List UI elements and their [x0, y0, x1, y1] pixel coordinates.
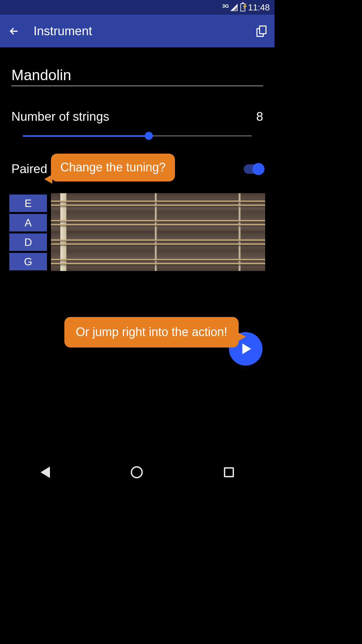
string-3 [51, 220, 265, 221]
network-type: 3G [222, 3, 229, 9]
fretboard[interactable] [51, 193, 265, 271]
status-bar: 3G ⚡ 11:48 [0, 0, 275, 15]
string-8 [51, 263, 265, 264]
string-6 [51, 244, 265, 245]
nav-recent-button[interactable] [224, 467, 234, 477]
string-7 [51, 259, 265, 260]
battery-icon: ⚡ [240, 3, 245, 11]
back-arrow-icon[interactable] [8, 25, 20, 37]
string-5 [51, 239, 265, 241]
navigation-bar [0, 456, 275, 488]
fretboard-area: E A D G [9, 193, 265, 271]
note-button-d[interactable]: D [9, 233, 47, 251]
note-button-a[interactable]: A [9, 214, 47, 231]
note-button-g[interactable]: G [9, 253, 47, 270]
tooltip-action: Or jump right into the action! [64, 317, 239, 347]
note-button-e[interactable]: E [9, 195, 47, 212]
paired-toggle[interactable] [244, 164, 263, 174]
string-4 [51, 224, 265, 225]
strings-value: 8 [256, 110, 263, 124]
string-1 [51, 201, 265, 202]
app-bar: Instrument [0, 15, 275, 47]
copy-icon[interactable] [256, 25, 266, 37]
nav-home-button[interactable] [131, 466, 143, 478]
clock: 11:48 [248, 2, 270, 13]
tooltip-tuning: Change the tuning? [51, 154, 175, 181]
app-title: Instrument [34, 24, 243, 38]
strings-label: Number of strings [11, 110, 109, 124]
play-icon [242, 343, 251, 354]
nav-back-button[interactable] [41, 467, 50, 478]
strings-slider[interactable] [23, 132, 252, 140]
instrument-name-input[interactable] [11, 65, 263, 86]
signal-icon [230, 4, 238, 11]
string-2 [51, 205, 265, 206]
